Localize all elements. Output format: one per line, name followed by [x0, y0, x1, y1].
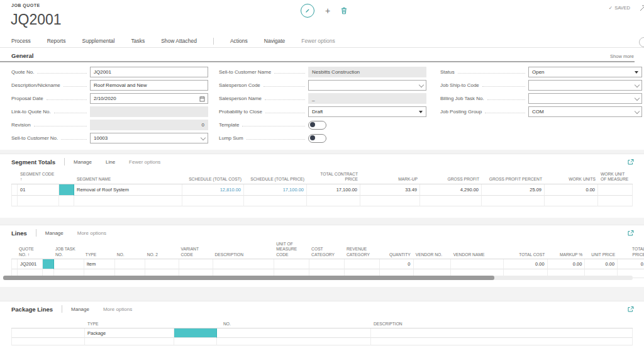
- chevron-down-icon[interactable]: [419, 82, 424, 87]
- col-schedule-total-cost[interactable]: SCHEDULE (TOTAL COST): [182, 171, 244, 184]
- description-nickname-input[interactable]: Roof Removal and New: [90, 80, 208, 91]
- cell-total-price[interactable]: 0.: [618, 259, 644, 269]
- probability-to-close-select[interactable]: Draft: [308, 106, 426, 117]
- col-unit-of-measure-code[interactable]: UNIT OF MEASURE CODE: [274, 240, 309, 259]
- billing-job-task-no-input[interactable]: [528, 93, 642, 104]
- col-work-unit-of-measure[interactable]: WORK UNIT OF MEASURE: [598, 171, 633, 184]
- show-more-link[interactable]: Show more: [610, 53, 634, 59]
- col-markup-pct[interactable]: MARKUP %: [547, 240, 585, 259]
- col-segment-name[interactable]: SEGMENT NAME: [74, 171, 182, 184]
- segment-table-empty-row[interactable]: [11, 196, 633, 206]
- package-table-row[interactable]: Package: [11, 328, 633, 338]
- col-job-task-no[interactable]: JOB TASK NO.: [53, 240, 83, 259]
- menu-fewer-options[interactable]: Fewer options: [129, 159, 160, 165]
- help-icon[interactable]: [639, 37, 644, 47]
- col-quote-no[interactable]: QUOTE NO. ↑: [16, 240, 42, 259]
- cell-gross-profit[interactable]: 4,290.00: [420, 184, 482, 196]
- sell-to-customer-no-input[interactable]: 10003: [90, 133, 208, 143]
- col-schedule-total-price[interactable]: SCHEDULE (TOTAL PRICE): [244, 171, 307, 184]
- cell-total-cost[interactable]: 0.00: [504, 259, 548, 269]
- col-description[interactable]: DESCRIPTION: [371, 320, 633, 328]
- menu-fewer-options[interactable]: Fewer options: [301, 38, 335, 44]
- col-cost-category[interactable]: COST CATEGORY: [309, 240, 344, 259]
- col-no-2[interactable]: NO. 2: [145, 240, 179, 259]
- cell-work-units[interactable]: 0.00: [545, 184, 598, 196]
- col-segment-code[interactable]: SEGMENT CODE ↑: [18, 171, 59, 184]
- col-work-units[interactable]: WORK UNITS: [545, 171, 598, 184]
- menu-reports[interactable]: Reports: [47, 38, 66, 44]
- expand-window-icon[interactable]: [639, 4, 644, 12]
- col-total-cost[interactable]: TOTAL COST: [503, 240, 547, 259]
- cell-unit-price[interactable]: 0.00: [585, 259, 618, 269]
- col-type[interactable]: TYPE: [85, 320, 174, 328]
- cell-job-task-no[interactable]: [54, 259, 84, 269]
- col-total-price[interactable]: TOTAL PRICE: [618, 240, 644, 259]
- cell-quote-no[interactable]: JQ2001: [18, 259, 43, 269]
- cell-total-contract-price[interactable]: 17,100.00: [307, 184, 360, 196]
- job-posting-group-input[interactable]: COM: [528, 106, 642, 117]
- col-description[interactable]: DESCRIPTION: [212, 240, 274, 259]
- menu-actions[interactable]: Actions: [230, 38, 248, 44]
- quote-no-input[interactable]: JQ2001: [90, 67, 208, 77]
- cell-cost-category[interactable]: [309, 259, 345, 269]
- menu-manage[interactable]: Manage: [45, 230, 64, 236]
- chevron-down-icon[interactable]: [635, 82, 640, 87]
- col-vendor-name[interactable]: VENDOR NAME: [451, 240, 504, 259]
- cell-variant-code[interactable]: [179, 259, 213, 269]
- col-revenue-category[interactable]: REVENUE CATEGORY: [344, 240, 379, 259]
- cell-type[interactable]: Package: [85, 328, 174, 338]
- col-gross-profit[interactable]: GROSS PROFIT: [420, 171, 482, 184]
- trash-icon[interactable]: [341, 7, 347, 14]
- cell-type[interactable]: Item: [84, 259, 116, 269]
- cell-segment-code[interactable]: 01: [18, 184, 59, 196]
- template-toggle[interactable]: [308, 121, 326, 130]
- col-quantity[interactable]: QUANTITY: [379, 240, 413, 259]
- cell-schedule-total-price[interactable]: 17,100.00: [244, 184, 307, 196]
- chevron-down-icon[interactable]: [635, 96, 640, 101]
- cell-description[interactable]: [213, 259, 275, 269]
- col-vendor-no[interactable]: VENDOR NO.: [413, 240, 451, 259]
- segment-table-row[interactable]: 01 Removal of Roof System 12,810.00 17,1…: [11, 184, 633, 196]
- focus-mode-icon[interactable]: [627, 159, 634, 166]
- menu-tasks[interactable]: Tasks: [131, 38, 145, 44]
- col-total-contract-price[interactable]: TOTAL CONTRACT PRICE: [307, 171, 360, 184]
- cell-no[interactable]: [115, 259, 145, 269]
- menu-process[interactable]: Process: [11, 38, 31, 44]
- edit-icon[interactable]: [301, 4, 314, 18]
- col-gross-profit-percent[interactable]: GROSS PROFIT PERCENT: [482, 171, 545, 184]
- menu-more-options[interactable]: More options: [103, 306, 132, 312]
- col-unit-price[interactable]: UNIT PRICE: [585, 240, 618, 259]
- col-no[interactable]: NO.: [217, 320, 371, 328]
- col-mark-up[interactable]: MARK-UP: [360, 171, 420, 184]
- cell-mark-up[interactable]: 33.49: [360, 184, 420, 196]
- cell-gross-profit-percent[interactable]: 25.09: [482, 184, 545, 196]
- focus-mode-icon[interactable]: [627, 306, 634, 313]
- calendar-icon[interactable]: [199, 96, 205, 102]
- cell-cursor[interactable]: [59, 184, 74, 196]
- menu-manage[interactable]: Manage: [71, 306, 89, 312]
- col-type[interactable]: TYPE: [83, 240, 114, 259]
- col-variant-code[interactable]: VARIANT CODE: [179, 240, 213, 259]
- cell-markup-pct[interactable]: 0.00: [548, 259, 586, 269]
- menu-supplemental[interactable]: Supplemental: [82, 38, 114, 44]
- menu-line[interactable]: Line: [106, 159, 115, 165]
- cell-unit-of-measure-code[interactable]: [274, 259, 309, 269]
- scrollbar-thumb[interactable]: [3, 276, 494, 280]
- lines-table-row[interactable]: JQ2001 Item 0 0.00 0.00 0.00 0.: [11, 259, 644, 269]
- cell-work-unit-of-measure[interactable]: [598, 184, 633, 196]
- cell-no-2[interactable]: [145, 259, 179, 269]
- menu-more-options[interactable]: More options: [77, 230, 106, 236]
- focus-mode-icon[interactable]: [627, 230, 634, 237]
- cell-no[interactable]: [217, 328, 371, 338]
- cell-vendor-no[interactable]: [414, 259, 452, 269]
- salesperson-code-input[interactable]: [308, 80, 426, 91]
- menu-manage[interactable]: Manage: [74, 159, 92, 165]
- proposal-date-input[interactable]: 2/10/2020: [90, 93, 208, 104]
- cell-schedule-total-cost[interactable]: 12,810.00: [182, 184, 244, 196]
- package-table-empty-row[interactable]: [11, 338, 633, 345]
- chevron-down-icon[interactable]: [635, 109, 640, 114]
- cell-revenue-category[interactable]: [345, 259, 380, 269]
- cell-quantity[interactable]: 0: [380, 259, 414, 269]
- col-no[interactable]: NO.: [114, 240, 145, 259]
- cell-vendor-name[interactable]: [451, 259, 504, 269]
